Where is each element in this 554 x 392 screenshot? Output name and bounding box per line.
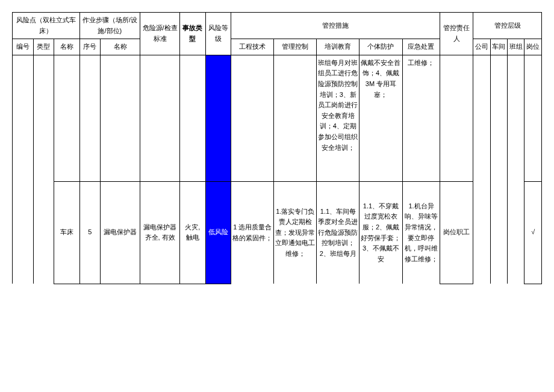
cell-resp-1 xyxy=(440,55,473,181)
cell-engtech-2: 1 选用质量合格的紧固件； xyxy=(231,181,274,284)
table-row: 班组每月对班组员工进行危险源预防控制培训；3、新员工岗前进行安全教育培训；4、定… xyxy=(13,55,542,181)
cell-accident-2: 火灾, 触电 xyxy=(180,181,206,284)
cell-position-2: √ xyxy=(524,181,542,284)
cell-hazard-2: 漏电保护器齐全, 有效 xyxy=(140,181,180,284)
cell-workshop-1 xyxy=(490,55,507,181)
cell-risk-1 xyxy=(205,55,231,181)
name-header: 名称 xyxy=(54,39,80,55)
engtech-header: 工程技术 xyxy=(231,39,274,55)
cell-seq-2: 5 xyxy=(79,181,101,284)
cell-engtech-1 xyxy=(231,55,274,181)
accident-header-label: 事故类型 xyxy=(182,24,202,42)
workshop-header: 车间 xyxy=(490,39,507,55)
mgmtctrl-header: 管理控制 xyxy=(274,39,317,55)
id-header: 编号 xyxy=(13,39,34,55)
cell-company-2 xyxy=(473,181,490,284)
cell-mgmt-2: 1.落实专门负责人定期检查；发现异常立即通知电工维修； xyxy=(274,181,317,284)
cell-hazard-1 xyxy=(140,55,180,181)
position-header: 岗位 xyxy=(524,39,542,55)
cell-company-1 xyxy=(473,55,490,181)
measures-header: 管控措施 xyxy=(231,13,440,39)
cell-team-1 xyxy=(508,55,524,181)
cell-workshop-2 xyxy=(490,181,507,284)
cell-type-2 xyxy=(33,181,54,284)
company-header: 公司 xyxy=(473,39,490,55)
work-step-header: 作业步骤（场所/设施/部位) xyxy=(79,13,140,39)
cell-training-1: 班组每月对班组员工进行危险源预防控制培训；3、新员工岗前进行安全教育培训；4、定… xyxy=(317,55,359,181)
cell-ppe-2: 1.1、不穿戴过度宽松衣服；2、佩戴好劳保手套；3、不佩戴不安 xyxy=(359,181,402,284)
emergency-header: 应急处置 xyxy=(402,39,440,55)
cell-seq-1 xyxy=(79,55,101,181)
cell-accident-1 xyxy=(180,55,206,181)
team-header: 班组 xyxy=(508,39,524,55)
cell-position-1 xyxy=(524,55,542,181)
cell-id-2 xyxy=(13,181,34,284)
cell-id-1 xyxy=(13,55,34,181)
cell-ppe-1: 佩戴不安全首饰；4、佩戴 3M 专用耳塞； xyxy=(359,55,402,181)
cell-training-2: 1.1、车间每季度对全员进行危险源预防控制培训；2、班组每月 xyxy=(317,181,359,284)
cell-emergency-2: 1.机台异响、异味等异常情况，要立即停机，呼叫维修工维修； xyxy=(402,181,440,284)
type-header: 类型 xyxy=(33,39,54,55)
ppe-header: 个体防护 xyxy=(359,39,402,55)
risk-level-header: 风险等级 xyxy=(205,13,231,55)
ctrl-level-header: 管控层级 xyxy=(473,13,542,39)
cell-name-2: 车床 xyxy=(54,181,80,284)
cell-mgmt-1 xyxy=(274,55,317,181)
cell-name-1 xyxy=(54,55,80,181)
responsible-header: 管控责任人 xyxy=(440,13,473,55)
cell-resp-2: 岗位职工 xyxy=(440,181,473,284)
risk-point-header: 风险点（双柱立式车床） xyxy=(13,13,80,39)
training-header: 培训教育 xyxy=(317,39,359,55)
table-row: 车床 5 漏电保护器 漏电保护器齐全, 有效 火灾, 触电 低风险 1 选用质量… xyxy=(13,181,542,284)
cell-type-1 xyxy=(33,55,54,181)
name2-header: 名称 xyxy=(101,39,140,55)
cell-team-2 xyxy=(508,181,524,284)
accident-header: 事故类型 xyxy=(180,13,206,55)
seq-header: 序号 xyxy=(79,39,101,55)
cell-risk-2: 低风险 xyxy=(205,181,231,284)
cell-emergency-1: 工维修； xyxy=(402,55,440,181)
cell-stepname-2: 漏电保护器 xyxy=(101,181,140,284)
risk-control-table: 风险点（双柱立式车床） 作业步骤（场所/设施/部位) 危险源/检查标准 事故类型… xyxy=(12,12,542,284)
cell-stepname-1 xyxy=(101,55,140,181)
hazard-header: 危险源/检查标准 xyxy=(140,13,180,55)
